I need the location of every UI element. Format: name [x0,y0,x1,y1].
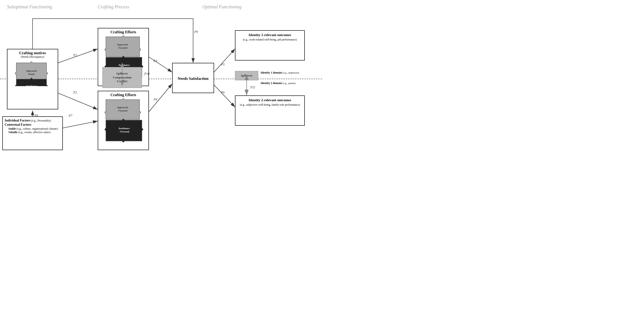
crafting-motives-subtitle: (Needs Discrepancy) [8,55,58,59]
p3-label: P3 [154,59,157,63]
svg-text:Approach-: Approach- [117,106,129,109]
svg-text:Avoidance: Avoidance [118,127,130,130]
p6-label: P6 [221,91,225,94]
crafting-motives-box: Crafting motives (Needs Discrepancy) App… [7,49,58,110]
contextual-factors-title: Contextual Factors [5,123,60,126]
p7-label: P7 [69,114,72,118]
diagram-container: Suboptimal Functioning Crafting Process … [0,0,322,158]
identity2-domain-label: Identity 2 domain (e.g., parent) [260,82,296,85]
identity1-outcomes-text: (e.g., work-related well-being, job perf… [238,38,302,42]
p11-label: P11 [250,86,256,89]
identity2-outcomes-box: Identity 2-relevant outcomes (e.g., subj… [235,96,305,126]
p8-label: P8 [34,114,38,118]
svg-text:Avoidance: Avoidance [118,64,130,66]
optimal-label: Optimal Functioning [202,4,242,10]
p4-label: P4 [154,98,157,102]
p1-label: P1 [73,54,77,57]
spillover-small-text: Spillover [241,74,252,78]
volatile-factor: Volatile (e.g., events, affective states… [8,130,60,134]
svg-text:Approach-: Approach- [117,43,129,46]
crafting-label: Crafting Process [98,4,129,10]
svg-text:- Focused: - Focused [119,130,129,133]
crafting-motives-title: Crafting motives [8,51,58,55]
individual-factors-title: Individual Factors (e.g., Personality) [5,119,60,122]
crafting-efforts-bottom-box: Crafting Efforts Approach- Focused Avoid… [98,91,149,150]
crafting-efforts-bottom-title: Crafting Efforts [98,93,148,97]
p2-label: P2 [73,91,77,94]
spillover-small-box: Spillover [235,71,258,80]
identity1-domain-label: Identity 1 domain (e.g., employee) [260,71,299,74]
identity1-outcomes-title: Identity 1-relevant outcomes [238,33,302,37]
p5-label: P5 [221,63,225,66]
suboptimal-label: Suboptimal Functioning [7,4,52,10]
p10-label: P10 [144,72,150,76]
crafting-motives-puzzle: Approach Needs Avoidance Needs [14,60,51,86]
spillover-conflict-text: SpilloverCompensationConflict [113,72,132,84]
identity2-outcomes-title: Identity 2-relevant outcomes [238,98,302,102]
needs-satisfaction-title: Needs Satisfaction [178,76,209,81]
needs-satisfaction-box: Needs Satisfaction [172,63,214,93]
stable-factor: Stable (e.g., culture, organizational cl… [8,127,60,130]
svg-text:Needs: Needs [28,72,35,76]
svg-text:Focused: Focused [118,109,128,112]
p9-label: P9 [194,30,198,34]
svg-text:Approach: Approach [26,69,37,72]
identity2-outcomes-text: (e.g., subjective well-being, family-rol… [238,103,302,106]
identity1-outcomes-box: Identity 1-relevant outcomes (e.g., work… [235,30,305,60]
individual-factors-box: Individual Factors (e.g., Personality) C… [2,116,63,150]
svg-text:Focused: Focused [118,46,128,49]
spillover-conflict-box: SpilloverCompensationConflict [102,67,142,88]
crafting-efforts-top-title: Crafting Efforts [98,30,148,34]
svg-text:Avoidance: Avoidance [26,84,37,86]
crafting-efforts-bottom-puzzle: Approach- Focused Avoidance - Focused [104,98,143,144]
